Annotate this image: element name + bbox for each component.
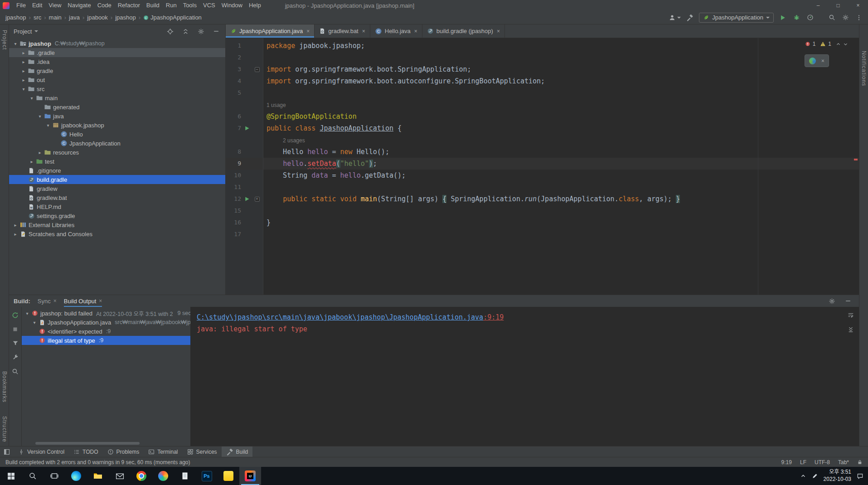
tray-expand-icon[interactable] [800, 473, 806, 479]
close-icon[interactable]: × [821, 58, 824, 64]
project-view-selector[interactable]: Project [14, 28, 38, 35]
chevron-down-icon[interactable]: ▾ [12, 41, 19, 46]
toolwindow-services[interactable]: Services [183, 446, 222, 457]
taskbar-app-explorer[interactable] [87, 467, 109, 485]
taskbar-app-colorapp[interactable] [152, 467, 174, 485]
code-line[interactable]: 12+ public static void main(String[] arg… [226, 193, 859, 205]
breadcrumb-java[interactable]: java [68, 14, 81, 21]
menu-code[interactable]: Code [94, 0, 115, 11]
taskbar-app-tsearch[interactable] [22, 467, 44, 485]
chevron-right-icon[interactable]: ▸ [12, 232, 19, 237]
code-line[interactable]: 6@SpringBootApplication [226, 111, 859, 122]
soft-wrap-button[interactable] [846, 310, 855, 320]
build-options-button[interactable] [827, 296, 836, 306]
find-in-output-button[interactable] [11, 367, 20, 376]
tree-item-main[interactable]: ▾main [9, 93, 225, 102]
breadcrumb-main[interactable]: main [48, 14, 63, 21]
tree-item-scratches-and-consoles[interactable]: ▸Scratches and Consoles [9, 229, 225, 238]
toolwindow-version-control[interactable]: Version Control [14, 446, 69, 457]
build-tree-item-identifier-expected[interactable]: <identifier> expected:9 [22, 327, 190, 336]
settings-button[interactable] [841, 13, 850, 22]
taskbar-app-photoshop[interactable]: Ps [196, 467, 218, 485]
code-line[interactable]: 11 [226, 181, 859, 193]
vcs-user-button[interactable] [669, 13, 681, 22]
tree-item-jpashop[interactable]: ▾jpashopC:₩study₩jpashop [9, 39, 225, 48]
close-button[interactable]: × [848, 0, 868, 11]
tree-item-resources[interactable]: ▸resources [9, 148, 225, 157]
tool-window-switcher-icon[interactable] [2, 449, 12, 455]
menu-run[interactable]: Run [163, 0, 180, 11]
tree-item-test[interactable]: ▸test [9, 157, 225, 166]
hide-panel-button[interactable] [212, 27, 221, 36]
code-line[interactable]: 5 [226, 87, 859, 99]
search-everywhere-button[interactable] [827, 13, 836, 22]
inlay-usages-hint[interactable]: 1 usage [267, 102, 286, 108]
run-line-icon[interactable] [244, 196, 250, 202]
tree-item-jpabook-jpashop[interactable]: ▾jpabook.jpashop [9, 121, 225, 130]
run-line-icon[interactable] [244, 126, 250, 131]
menu-vcs[interactable]: VCS [200, 0, 218, 11]
windows-ink-icon[interactable] [812, 473, 818, 479]
horizontal-scrollbar[interactable] [35, 442, 140, 445]
scroll-to-end-button[interactable] [846, 325, 855, 334]
lock-icon[interactable] [857, 459, 863, 465]
tree-item-gitignore[interactable]: .gitignore [9, 166, 225, 175]
taskbar-app-notepad[interactable] [174, 467, 196, 485]
close-tab-icon[interactable]: × [414, 28, 417, 34]
stripe-notifications-button[interactable]: Notifications [861, 51, 867, 86]
chevron-right-icon[interactable]: ▸ [20, 68, 27, 73]
taskbar-app-yellowapp[interactable] [218, 467, 239, 485]
tree-item-gradle[interactable]: ▸gradle [9, 66, 225, 75]
code-line[interactable]: 15 [226, 205, 859, 217]
file-encoding[interactable]: UTF-8 [815, 459, 830, 466]
menu-refactor[interactable]: Refactor [115, 0, 143, 11]
stripe-project-button[interactable]: Project [1, 30, 8, 50]
tree-item-help-md[interactable]: MHELP.md [9, 202, 225, 211]
taskbar-app-idea[interactable]: IJ [239, 467, 261, 485]
tree-item-external-libraries[interactable]: ▸External Libraries [9, 220, 225, 229]
inlay-usages-hint[interactable]: 2 usages [283, 137, 305, 144]
code-line[interactable]: 17 [226, 228, 859, 240]
action-center-icon[interactable] [857, 473, 863, 480]
build-tree-item-illegal-start-of-type[interactable]: illegal start of type:9 [22, 336, 190, 345]
tree-item-src[interactable]: ▾src [9, 84, 225, 93]
more-actions-button[interactable] [854, 13, 863, 22]
code-line[interactable]: 2 usages [226, 134, 859, 146]
debug-button[interactable] [792, 13, 801, 22]
menu-view[interactable]: View [45, 0, 64, 11]
taskbar-app-start[interactable] [0, 467, 22, 485]
code-line[interactable]: 7public class JpashopApplication { [226, 122, 859, 134]
chevron-right-icon[interactable]: ▸ [36, 150, 44, 155]
chevron-down-icon[interactable]: ▾ [31, 320, 38, 325]
chevron-down-icon[interactable]: ▾ [28, 96, 35, 101]
chevron-right-icon[interactable]: ▸ [20, 59, 27, 64]
fold-marker-icon[interactable]: + [255, 197, 260, 202]
menu-help[interactable]: Help [246, 0, 264, 11]
toolwindow-problems[interactable]: Problems [103, 446, 144, 457]
breadcrumb-jpashop[interactable]: jpashop [114, 14, 137, 21]
filter-messages-button[interactable] [11, 339, 20, 348]
code-line[interactable]: 1package jpabook.jpashop; [226, 40, 859, 52]
tree-item-build-gradle[interactable]: build.gradle [9, 175, 225, 184]
stop-build-button[interactable] [11, 325, 20, 334]
panel-options-button[interactable] [196, 27, 205, 36]
build-tree-item-jpashopapplication-java[interactable]: ▾JJpashopApplication.javasrc₩main₩java₩j… [22, 318, 190, 327]
menu-navigate[interactable]: Navigate [64, 0, 94, 11]
close-tab-icon[interactable]: × [53, 298, 57, 304]
tree-item-out[interactable]: ▸out [9, 75, 225, 84]
chevron-down-icon[interactable]: ▾ [24, 311, 31, 316]
stripe-bookmarks-button[interactable]: Bookmarks [1, 371, 8, 403]
error-stripe-mark[interactable] [854, 159, 858, 160]
menu-edit[interactable]: Edit [29, 0, 45, 11]
chevron-down-icon[interactable]: ▾ [44, 123, 52, 128]
caret-position[interactable]: 9:19 [781, 459, 792, 466]
select-opened-file-button[interactable] [165, 27, 175, 36]
toolwindow-terminal[interactable]: Terminal [144, 446, 182, 457]
menu-build[interactable]: Build [143, 0, 163, 11]
taskbar-app-edge[interactable] [65, 467, 87, 485]
code-line[interactable]: 4import org.springframework.boot.autocon… [226, 75, 859, 87]
tab-gradlew-bat[interactable]: gradlew.bat× [315, 24, 370, 38]
editor-notification-widget[interactable]: × [805, 54, 829, 67]
code-line[interactable]: 2 [226, 52, 859, 63]
menu-tools[interactable]: Tools [180, 0, 200, 11]
